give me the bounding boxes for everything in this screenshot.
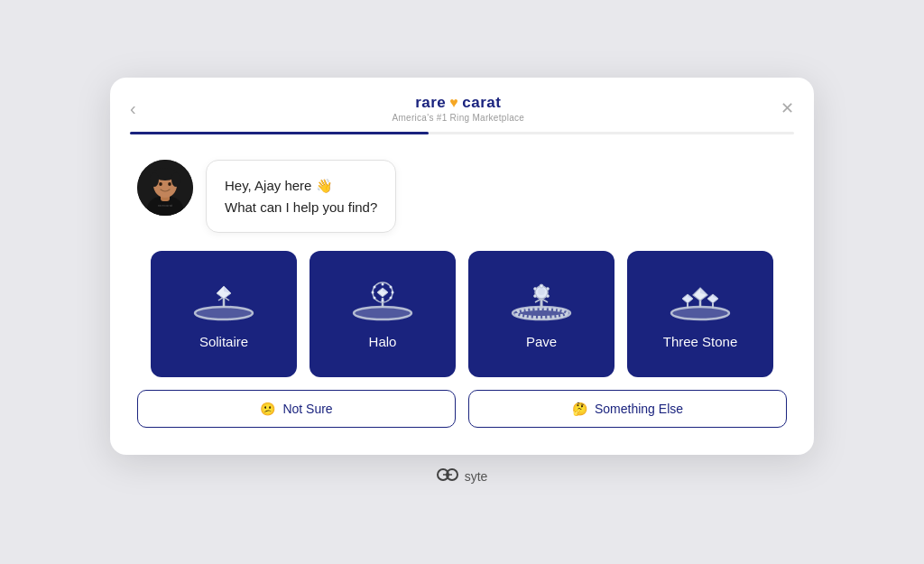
- something-else-label: Something Else: [595, 402, 683, 416]
- modal-header: ‹ rare ♥ carat America's #1 Ring Marketp…: [110, 78, 814, 123]
- three-stone-label: Three Stone: [663, 334, 738, 349]
- ring-card-halo[interactable]: Halo: [310, 251, 456, 377]
- svg-point-46: [534, 295, 537, 298]
- something-else-button[interactable]: 🤔 Something Else: [468, 390, 787, 428]
- not-sure-icon: 😕: [260, 402, 275, 416]
- solitaire-label: Solitaire: [199, 334, 248, 349]
- ring-card-three-stone[interactable]: Three Stone: [627, 251, 773, 377]
- close-button[interactable]: ✕: [781, 100, 794, 116]
- svg-point-28: [374, 297, 376, 300]
- syte-footer: syte: [437, 467, 488, 486]
- logo-heart-icon: ♥: [449, 95, 458, 111]
- logo-rare: rare: [415, 94, 446, 112]
- svg-point-29: [372, 291, 374, 294]
- svg-point-26: [390, 297, 393, 300]
- svg-point-45: [534, 288, 537, 291]
- back-button[interactable]: ‹: [130, 99, 136, 117]
- bottom-options: 😕 Not Sure 🤔 Something Else: [110, 377, 814, 428]
- svg-point-44: [547, 288, 550, 291]
- logo-carat: carat: [462, 94, 501, 112]
- syte-logo-icon: [437, 467, 458, 486]
- svg-point-6: [171, 172, 180, 187]
- svg-point-20: [354, 307, 411, 319]
- halo-ring-icon: [342, 278, 423, 325]
- not-sure-button[interactable]: 😕 Not Sure: [137, 390, 456, 428]
- syte-brand-label: syte: [465, 469, 488, 484]
- halo-label: Halo: [369, 334, 397, 349]
- svg-point-7: [159, 182, 162, 186]
- ring-options-grid: Solitaire: [110, 242, 814, 377]
- svg-text:rarecarat: rarecarat: [158, 203, 173, 208]
- chat-area: rarecarat Hey, Ajay here 👋 What can I he…: [110, 134, 814, 242]
- svg-point-47: [547, 295, 550, 298]
- svg-point-24: [390, 286, 393, 289]
- logo-text: rare ♥ carat: [415, 94, 501, 112]
- speech-bubble: Hey, Ajay here 👋 What can I help you fin…: [206, 160, 396, 233]
- svg-point-30: [374, 286, 376, 289]
- svg-point-11: [195, 307, 253, 319]
- avatar: rarecarat: [137, 160, 193, 216]
- something-else-icon: 🤔: [572, 402, 587, 416]
- not-sure-label: Not Sure: [282, 402, 332, 416]
- logo: rare ♥ carat America's #1 Ring Marketpla…: [392, 94, 524, 123]
- page-wrapper: ‹ rare ♥ carat America's #1 Ring Marketp…: [110, 78, 814, 486]
- svg-point-5: [150, 172, 159, 187]
- logo-subtitle: America's #1 Ring Marketplace: [392, 113, 524, 123]
- three-stone-ring-icon: [660, 278, 741, 325]
- solitaire-ring-icon: [183, 278, 264, 325]
- ring-card-pave[interactable]: Pave: [468, 251, 614, 377]
- ring-card-solitaire[interactable]: Solitaire: [151, 251, 297, 377]
- chat-line1: Hey, Ajay here 👋: [225, 175, 377, 196]
- svg-point-8: [168, 182, 171, 186]
- svg-point-27: [382, 300, 384, 302]
- svg-point-25: [392, 291, 394, 294]
- svg-point-49: [671, 307, 729, 319]
- svg-point-42: [538, 288, 545, 295]
- modal: ‹ rare ♥ carat America's #1 Ring Marketp…: [110, 78, 814, 455]
- pave-ring-icon: [501, 278, 582, 325]
- svg-point-43: [540, 284, 543, 288]
- svg-point-23: [382, 283, 384, 286]
- chat-line2: What can I help you find?: [225, 197, 377, 217]
- pave-label: Pave: [526, 334, 557, 349]
- avatar-svg: rarecarat: [137, 160, 193, 216]
